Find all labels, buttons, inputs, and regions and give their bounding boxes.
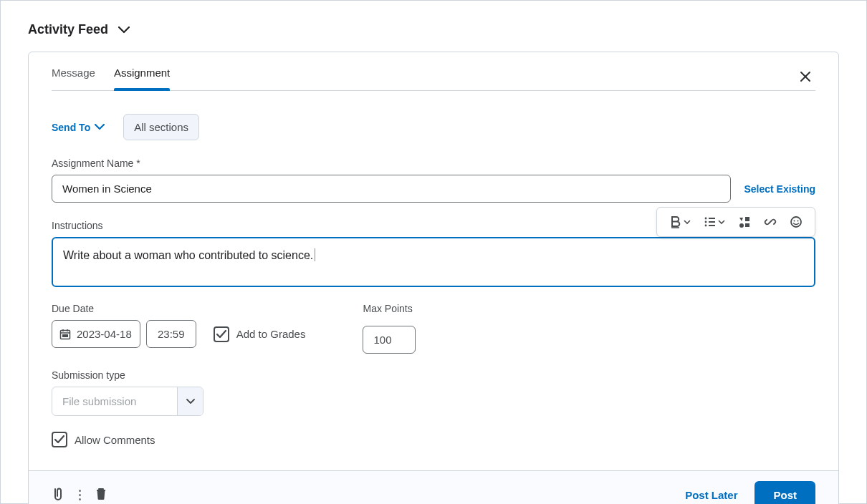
close-button[interactable]: [800, 71, 811, 82]
submission-type-label: Submission type: [52, 369, 815, 381]
instructions-wrap: Instructions: [52, 220, 815, 287]
chevron-down-icon: [186, 399, 195, 404]
allow-comments-checkbox[interactable]: Allow Comments: [52, 432, 815, 447]
section-chip[interactable]: All sections: [123, 114, 199, 140]
assignment-name-row: Select Existing: [52, 175, 815, 203]
checkbox-box: [52, 432, 67, 447]
max-points-label: Max Points: [363, 303, 416, 314]
attach-icon: [52, 487, 64, 501]
max-points-input[interactable]: [363, 326, 416, 354]
tab-message[interactable]: Message: [52, 52, 95, 90]
max-points-group: Max Points: [363, 303, 416, 354]
list-button[interactable]: [697, 210, 732, 233]
text-cursor: [315, 248, 315, 261]
svg-rect-9: [745, 223, 749, 227]
send-to-dropdown[interactable]: Send To: [52, 122, 105, 133]
activity-feed-header: Activity Feed: [28, 22, 839, 37]
due-date-inputs: 2023-04-18 23:59 Add to Grades: [52, 320, 305, 348]
attach-button[interactable]: [52, 487, 64, 503]
chevron-down-icon: [684, 220, 691, 225]
more-options-button[interactable]: [77, 490, 82, 500]
editor-toolbar: [656, 207, 815, 237]
post-button[interactable]: Post: [755, 481, 815, 504]
svg-point-10: [791, 217, 801, 227]
chevron-down-icon: [718, 220, 725, 225]
instructions-editor[interactable]: Write about a woman who contributed to s…: [52, 237, 815, 287]
trash-icon: [95, 488, 107, 500]
checkbox-box: [214, 326, 229, 342]
submission-type-caret: [177, 387, 203, 415]
tabs-row: Message Assignment: [29, 52, 838, 91]
footer-right-actions: Post Later Post: [685, 481, 815, 504]
send-to-row: Send To All sections: [52, 114, 815, 140]
tab-assignment[interactable]: Assignment: [114, 52, 170, 90]
assignment-name-input-wrap: [52, 175, 731, 203]
assignment-name-input[interactable]: [52, 175, 731, 203]
submission-type-group: Submission type File submission: [52, 369, 815, 416]
instructions-text: Write about a woman who contributed to s…: [63, 249, 313, 261]
insert-stuff-button[interactable]: [732, 210, 757, 233]
assignment-dialog: Message Assignment Send To All sections …: [28, 52, 839, 504]
due-date-group: Due Date 2023-04-18 23:59 Add to Grades: [52, 303, 305, 354]
due-date-label: Due Date: [52, 303, 305, 314]
submission-type-value: File submission: [52, 387, 177, 415]
assignment-name-label: Assignment Name *: [52, 158, 815, 169]
emoji-button[interactable]: [783, 210, 809, 233]
svg-point-11: [794, 220, 795, 222]
insert-stuff-icon: [738, 215, 751, 228]
check-icon: [54, 435, 64, 444]
dialog-footer: Post Later Post: [29, 470, 838, 504]
tabs: Message Assignment: [52, 52, 815, 91]
due-time-input[interactable]: 23:59: [146, 320, 196, 348]
list-icon: [704, 215, 717, 228]
svg-point-12: [797, 220, 799, 222]
page-title: Activity Feed: [28, 22, 108, 37]
bold-button[interactable]: [663, 210, 697, 233]
svg-point-3: [705, 225, 707, 227]
due-date-input[interactable]: 2023-04-18: [52, 320, 140, 348]
link-button[interactable]: [757, 210, 783, 233]
svg-rect-17: [62, 334, 68, 337]
svg-point-2: [705, 221, 707, 223]
delete-button[interactable]: [95, 488, 107, 503]
date-points-row: Due Date 2023-04-18 23:59 Add to Grades: [52, 303, 815, 354]
svg-point-8: [739, 223, 744, 228]
select-existing-link[interactable]: Select Existing: [744, 183, 815, 195]
post-later-button[interactable]: Post Later: [685, 489, 737, 501]
submission-type-select[interactable]: File submission: [52, 387, 203, 416]
allow-comments-label: Allow Comments: [75, 434, 155, 446]
chevron-down-icon: [95, 124, 105, 130]
bold-icon: [669, 215, 682, 228]
emoji-icon: [790, 215, 803, 228]
svg-rect-7: [745, 217, 749, 221]
due-date-value: 2023-04-18: [77, 328, 132, 340]
close-icon: [800, 71, 811, 82]
send-to-label: Send To: [52, 122, 90, 133]
check-icon: [216, 330, 226, 339]
chevron-down-icon: [118, 26, 130, 34]
dialog-content: Send To All sections Assignment Name * S…: [29, 91, 838, 470]
link-icon: [764, 215, 777, 228]
add-to-grades-label: Add to Grades: [236, 328, 306, 340]
svg-point-1: [705, 218, 707, 220]
add-to-grades-checkbox[interactable]: Add to Grades: [214, 326, 306, 342]
page: Activity Feed Message Assignment Send To…: [0, 0, 867, 504]
footer-left-actions: [52, 487, 107, 503]
header-dropdown[interactable]: [118, 26, 130, 34]
calendar-icon: [59, 329, 71, 340]
